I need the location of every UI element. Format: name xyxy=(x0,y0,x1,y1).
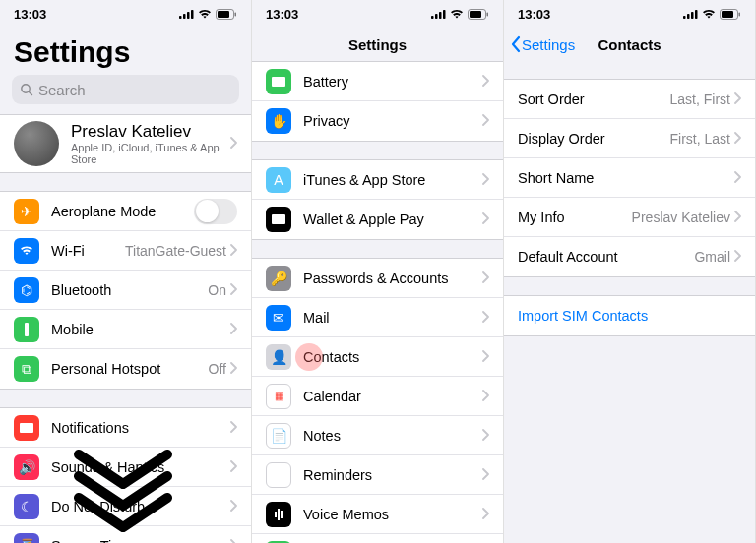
row-default-account[interactable]: Default AccountGmail xyxy=(504,237,755,276)
battery-icon xyxy=(266,69,291,94)
row-screen-time[interactable]: ⏳ Screen Time xyxy=(0,526,251,543)
svg-rect-2 xyxy=(187,12,190,19)
row-reminders[interactable]: ⋮Reminders xyxy=(252,455,503,495)
svg-rect-1 xyxy=(183,14,186,19)
svg-rect-9 xyxy=(431,16,434,19)
row-contacts[interactable]: 👤Contacts xyxy=(252,337,503,377)
wifi-icon xyxy=(14,238,39,264)
status-icons xyxy=(431,9,489,20)
row-battery[interactable]: Battery xyxy=(252,62,503,101)
battery-icon xyxy=(720,9,741,20)
row-aeroplane-mode[interactable]: ✈︎ Aeroplane Mode xyxy=(0,192,251,231)
wifi-icon xyxy=(198,9,212,19)
row-my-info[interactable]: My InfoPreslav Kateliev xyxy=(504,198,755,237)
svg-rect-11 xyxy=(439,12,442,19)
hourglass-icon: ⏳ xyxy=(14,533,39,543)
chevron-right-icon xyxy=(230,538,237,543)
chevron-right-icon xyxy=(482,310,489,326)
hand-icon: ✋ xyxy=(266,108,291,134)
search-icon xyxy=(20,83,33,96)
airplane-icon: ✈︎ xyxy=(14,199,39,224)
chevron-right-icon xyxy=(482,172,489,188)
svg-rect-17 xyxy=(687,14,690,19)
chevron-right-icon xyxy=(230,322,237,337)
row-dnd[interactable]: ☾ Do Not Disturb xyxy=(0,487,251,526)
chevron-right-icon xyxy=(482,467,489,483)
nav-bar: Settings Contacts xyxy=(504,28,755,61)
chevron-right-icon xyxy=(482,113,489,129)
chevron-right-icon xyxy=(482,507,489,522)
row-voice-memos[interactable]: Voice Memos xyxy=(252,495,503,534)
appstore-icon: A xyxy=(266,167,291,193)
chevron-right-icon xyxy=(230,135,237,152)
row-wifi[interactable]: Wi-Fi TitanGate-Guest xyxy=(0,231,251,271)
svg-rect-5 xyxy=(218,11,229,18)
svg-rect-18 xyxy=(691,12,694,19)
moon-icon: ☾ xyxy=(14,494,39,519)
svg-rect-21 xyxy=(722,11,733,18)
row-sounds[interactable]: 🔊 Sounds & Haptics xyxy=(0,448,251,487)
row-itunes[interactable]: A iTunes & App Store xyxy=(252,160,503,200)
chevron-right-icon xyxy=(482,389,489,404)
row-personal-hotspot[interactable]: ⧉ Personal Hotspot Off xyxy=(0,349,251,389)
row-privacy[interactable]: ✋ Privacy xyxy=(252,101,503,141)
apple-id-row[interactable]: Preslav Kateliev Apple ID, iCloud, iTune… xyxy=(0,115,251,172)
screen-contacts-settings: 13:03 Settings Contacts Sort OrderLast, … xyxy=(504,0,756,543)
search-input[interactable]: Search xyxy=(12,75,239,104)
chevron-right-icon xyxy=(734,249,741,265)
account-name: Preslav Kateliev xyxy=(71,122,230,142)
calendar-icon: ▦ xyxy=(266,384,291,409)
svg-rect-14 xyxy=(470,11,481,18)
toggle-off[interactable] xyxy=(194,199,237,224)
status-bar: 13:03 xyxy=(252,0,503,28)
nav-bar: Settings xyxy=(252,28,503,61)
status-time: 13:03 xyxy=(518,7,550,22)
notes-icon: 📄 xyxy=(266,423,291,449)
svg-rect-6 xyxy=(235,12,237,16)
row-passwords[interactable]: 🔑Passwords & Accounts xyxy=(252,259,503,298)
antenna-icon xyxy=(14,317,39,342)
svg-rect-16 xyxy=(683,16,686,19)
row-mail[interactable]: ✉︎Mail xyxy=(252,298,503,337)
nav-title: Contacts xyxy=(598,36,661,53)
svg-rect-10 xyxy=(435,14,438,19)
status-icons xyxy=(683,9,741,20)
chevron-right-icon xyxy=(230,420,237,436)
svg-rect-0 xyxy=(179,16,182,19)
key-icon: 🔑 xyxy=(266,266,291,291)
row-display-order[interactable]: Display OrderFirst, Last xyxy=(504,119,755,158)
voice-memos-icon xyxy=(266,502,291,527)
row-phone[interactable]: ✆Phone xyxy=(252,534,503,543)
row-import-sim[interactable]: Import SIM Contacts xyxy=(504,296,755,335)
row-notifications[interactable]: Notifications xyxy=(0,408,251,448)
row-bluetooth[interactable]: ⌬ Bluetooth On xyxy=(0,271,251,310)
svg-rect-22 xyxy=(739,12,741,16)
row-wallet[interactable]: Wallet & Apple Pay xyxy=(252,200,503,239)
page-title: Settings xyxy=(0,28,251,75)
back-button[interactable]: Settings xyxy=(510,35,575,53)
battery-icon xyxy=(468,9,489,20)
contacts-icon: 👤 xyxy=(266,344,291,370)
chevron-right-icon xyxy=(230,499,237,514)
search-placeholder: Search xyxy=(38,82,86,98)
screen-settings-scrolled: 13:03 Settings Battery ✋ Privacy A xyxy=(252,0,504,543)
chevron-right-icon xyxy=(482,74,489,90)
svg-rect-19 xyxy=(695,10,698,19)
chevron-right-icon xyxy=(734,91,741,107)
chevron-right-icon xyxy=(482,271,489,286)
row-notes[interactable]: 📄Notes xyxy=(252,416,503,455)
row-short-name[interactable]: Short Name xyxy=(504,158,755,198)
row-sort-order[interactable]: Sort OrderLast, First xyxy=(504,80,755,119)
sounds-icon: 🔊 xyxy=(14,454,39,480)
svg-rect-15 xyxy=(487,12,489,16)
wallet-icon xyxy=(266,207,291,232)
chevron-right-icon xyxy=(230,361,237,377)
row-calendar[interactable]: ▦Calendar xyxy=(252,377,503,416)
wifi-icon xyxy=(450,9,464,19)
status-icons xyxy=(179,9,237,20)
svg-line-8 xyxy=(29,91,32,94)
reminders-icon: ⋮ xyxy=(266,462,291,488)
chevron-right-icon xyxy=(482,428,489,444)
row-mobile[interactable]: Mobile xyxy=(0,310,251,349)
chevron-right-icon xyxy=(230,282,237,298)
